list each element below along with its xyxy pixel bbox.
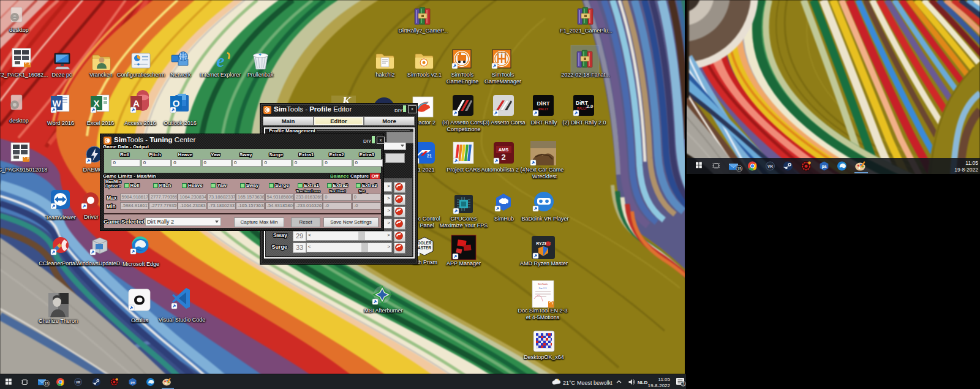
svg-text:11:05: 11:05 [965,160,978,166]
svg-text:RALLY: RALLY [577,107,587,110]
svg-text:11:05: 11:05 [658,377,671,382]
svg-text:2: 2 [501,153,505,162]
svg-text:RALLY: RALLY [538,107,549,111]
svg-text:DiRT: DiRT [537,100,550,107]
svg-text:X: X [93,98,99,108]
svg-text:Doc 2-3: Doc 2-3 [539,287,546,290]
svg-text:A: A [133,98,140,108]
svg-text:NLD: NLD [638,380,648,385]
svg-text:O: O [173,98,180,108]
svg-text:2.0: 2.0 [586,104,594,109]
svg-text:21: 21 [427,154,432,158]
svg-text:AMS: AMS [499,147,509,153]
svg-text:19-8-2022: 19-8-2022 [954,167,978,173]
svg-text:15: 15 [44,382,49,386]
svg-text:W: W [52,98,61,108]
svg-text:Meest bewolkt: Meest bewolkt [577,380,612,386]
svg-text:19-8-2022: 19-8-2022 [648,383,671,388]
svg-text:15: 15 [737,167,742,171]
svg-text:e: e [216,50,224,70]
svg-text:SimTools: SimTools [538,282,548,285]
svg-text:OOLER: OOLER [417,241,431,245]
svg-text:21°C: 21°C [563,380,576,386]
svg-text:ASTER: ASTER [418,246,431,250]
